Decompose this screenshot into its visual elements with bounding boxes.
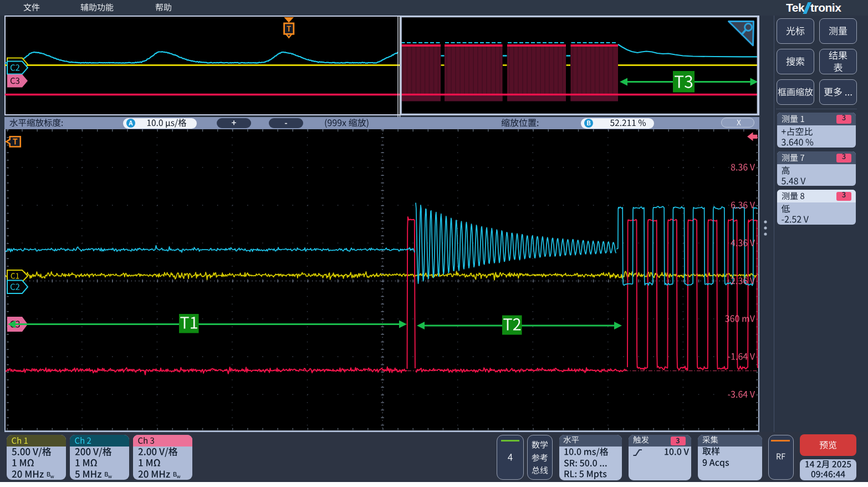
svg-text:tronix: tronix	[810, 2, 841, 14]
svg-text:Tek: Tek	[786, 2, 805, 14]
